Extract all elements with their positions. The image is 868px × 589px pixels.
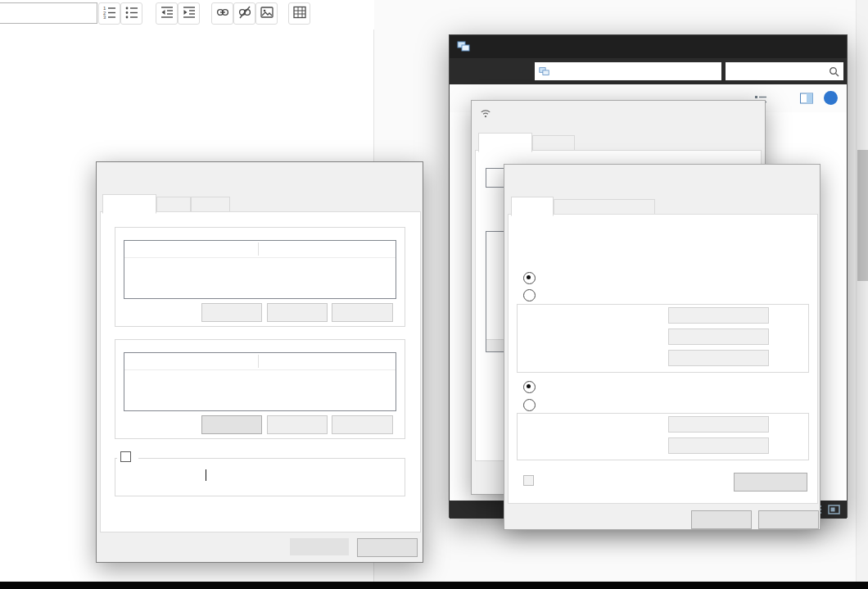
header-underline — [124, 257, 396, 258]
tab-ip-settings[interactable] — [102, 194, 156, 214]
ipv4-properties-dialog — [504, 164, 821, 530]
ip-edit-button — [267, 303, 328, 322]
gateway-add-button[interactable] — [201, 415, 262, 434]
address-bar[interactable] — [535, 62, 721, 80]
help-button[interactable] — [824, 91, 838, 105]
use-ip-radio[interactable] — [523, 289, 536, 301]
preview-pane-icon — [800, 93, 813, 107]
bottom-black-bar — [0, 582, 868, 589]
header-underline — [124, 369, 396, 370]
interface-metric-input[interactable] — [201, 467, 264, 485]
outdent-button[interactable] — [156, 2, 178, 25]
format-combobox[interactable] — [0, 2, 97, 24]
gateway-edit-button — [267, 415, 328, 434]
alternate-dns-field — [668, 437, 769, 454]
automatic-metric-caption — [117, 451, 138, 463]
ip-addresses-list[interactable] — [124, 240, 396, 299]
ok-button[interactable] — [691, 510, 752, 529]
search-box[interactable] — [726, 62, 843, 80]
search-icon[interactable] — [829, 66, 839, 77]
indent-button[interactable] — [178, 2, 200, 25]
ip-add-button — [201, 303, 262, 322]
close-icon[interactable] — [810, 35, 847, 58]
image-button[interactable] — [255, 2, 278, 25]
use-dns-radio[interactable] — [523, 399, 536, 411]
thumbnail-view-icon[interactable] — [828, 505, 840, 514]
ip-address-field — [668, 307, 769, 324]
table-icon — [292, 4, 308, 24]
link-icon — [215, 4, 231, 24]
column-divider[interactable] — [258, 242, 259, 256]
table-button[interactable] — [288, 2, 310, 25]
advanced-button[interactable] — [734, 473, 807, 492]
ok-button[interactable] — [290, 538, 349, 555]
validate-checkbox — [523, 475, 534, 486]
gateway-remove-button — [332, 415, 393, 434]
outdent-icon — [159, 4, 175, 24]
bullet-list-icon — [124, 4, 140, 24]
obtain-ip-radio[interactable] — [523, 272, 536, 284]
tab-general[interactable] — [511, 197, 554, 216]
location-icon — [539, 66, 549, 77]
advanced-tcpip-dialog — [96, 161, 423, 563]
screen: 123 — [0, 0, 868, 589]
ip-remove-button — [332, 303, 393, 322]
image-icon — [259, 4, 275, 24]
numbered-list-icon: 123 — [102, 4, 118, 24]
obtain-dns-radio[interactable] — [523, 381, 536, 393]
preferred-dns-field — [668, 416, 769, 433]
tab-networking[interactable] — [478, 133, 532, 152]
search-input[interactable] — [730, 66, 821, 76]
numbered-list-button[interactable]: 123 — [98, 2, 120, 25]
svg-text:3: 3 — [103, 15, 106, 20]
navigation-bar — [450, 58, 847, 84]
scroll-left-icon[interactable] — [486, 340, 498, 351]
editor-toolbar: 123 — [0, 0, 373, 27]
default-gateway-field — [668, 350, 769, 366]
indent-icon — [181, 4, 197, 24]
preview-pane-button[interactable] — [800, 93, 813, 107]
bullet-list-button[interactable] — [120, 2, 142, 25]
link-button[interactable] — [211, 2, 233, 25]
automatic-metric-checkbox[interactable] — [120, 451, 131, 462]
page-scrollbar[interactable] — [856, 0, 868, 582]
gateways-list[interactable] — [124, 352, 396, 411]
scrollbar-thumb[interactable] — [857, 150, 868, 281]
window-titlebar[interactable] — [450, 35, 847, 58]
wifi-icon — [480, 107, 491, 122]
maximize-icon[interactable] — [773, 35, 810, 58]
unlink-icon — [237, 4, 253, 24]
cancel-button[interactable] — [758, 510, 819, 529]
subnet-mask-field — [668, 328, 769, 345]
minimize-icon[interactable] — [736, 35, 773, 58]
cancel-button[interactable] — [357, 538, 418, 557]
column-divider[interactable] — [258, 355, 259, 368]
text-caret — [206, 469, 206, 481]
network-app-icon — [457, 40, 470, 57]
unlink-button[interactable] — [233, 2, 255, 25]
organize-menu[interactable] — [468, 92, 470, 103]
